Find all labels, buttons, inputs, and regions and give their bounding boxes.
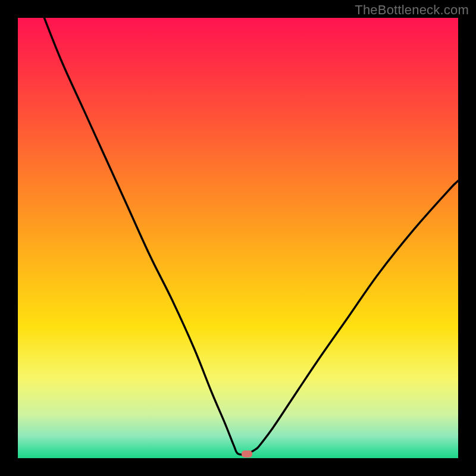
watermark-text: TheBottleneck.com bbox=[355, 2, 469, 18]
min-point-marker bbox=[242, 450, 252, 458]
chart-frame: TheBottleneck.com bbox=[0, 0, 476, 476]
gradient-background bbox=[18, 18, 458, 458]
bottleneck-chart bbox=[18, 18, 458, 458]
